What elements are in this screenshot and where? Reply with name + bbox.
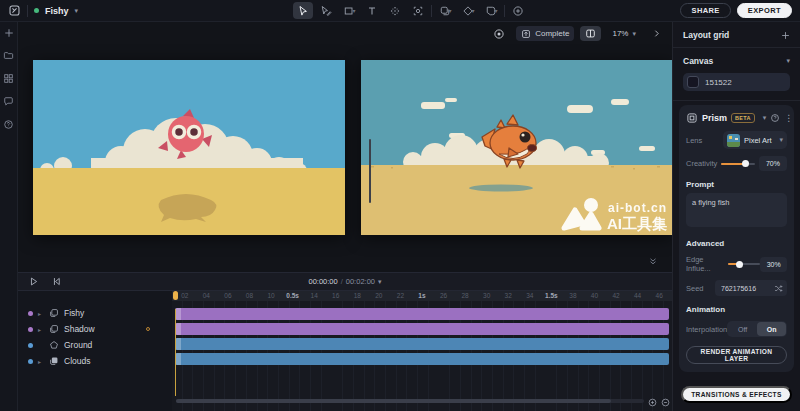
layers-icon (49, 324, 59, 334)
complete-render-button[interactable]: Complete (516, 26, 574, 41)
comment-tool[interactable] (508, 2, 528, 19)
canvas-color-field[interactable]: 151522 (683, 73, 790, 91)
edge-influence-slider[interactable] (728, 263, 760, 265)
ruler-tick: 0.5s (282, 291, 304, 301)
add-layout-grid-icon[interactable] (781, 31, 790, 40)
frame-2-canvas[interactable]: ai-bot.cn AI工具集 (361, 60, 672, 235)
lens-chevron-down-icon[interactable]: ▾ (779, 136, 783, 144)
render-animation-layer-button[interactable]: RENDER ANIMATION LAYER (686, 346, 787, 364)
shape-tool-caret-icon[interactable]: ▾ (353, 7, 356, 14)
mask-tool-caret-icon[interactable]: ▾ (449, 7, 452, 14)
canvas-section-chevron-icon[interactable]: ▾ (786, 57, 790, 65)
track-bar-ground[interactable] (175, 338, 669, 350)
prism-more-icon[interactable]: ⋮ (784, 113, 793, 123)
next-frame-icon[interactable] (647, 26, 666, 41)
app-logo-icon[interactable] (8, 4, 21, 17)
ruler-tick: 32 (497, 291, 519, 301)
current-time: 00:00:00 (308, 277, 337, 286)
zoom-chevron-down-icon[interactable]: ▾ (632, 30, 636, 38)
share-button[interactable]: SHARE (680, 3, 730, 18)
blend-tool-caret-icon[interactable]: ▾ (472, 7, 475, 14)
layer-row-fishy[interactable]: ▸ Fishy (18, 305, 172, 321)
export-button[interactable]: EXPORT (737, 3, 792, 18)
add-icon[interactable] (4, 28, 14, 38)
creativity-slider[interactable] (721, 163, 755, 165)
tool-bar: ▾ ▾ ▾ ▾ (293, 2, 528, 19)
layer-expand-icon[interactable]: ▸ (38, 326, 44, 333)
assets-folder-icon[interactable] (3, 50, 14, 61)
layer-name: Fishy (64, 308, 84, 318)
playhead[interactable] (173, 291, 178, 300)
ruler-tick: 16 (325, 291, 347, 301)
timeline-zoom-in-icon[interactable] (648, 398, 657, 407)
timeline-zoom-out-icon[interactable] (661, 398, 670, 407)
collapse-panel-icon[interactable] (648, 256, 658, 266)
layer-color-dot (28, 327, 33, 332)
timeline-hscrollbar-thumb[interactable] (176, 399, 611, 403)
frame-1-canvas[interactable] (33, 60, 345, 235)
blend-tool[interactable]: ▾ (458, 2, 478, 19)
split-view-icon[interactable] (580, 26, 601, 41)
lens-value: Pixel Art (744, 136, 775, 145)
lasso-tool-caret-icon[interactable]: ▾ (495, 7, 498, 14)
timecode[interactable]: 00:00:00 / 00:02:00 ▾ (18, 277, 672, 286)
comments-icon[interactable] (3, 96, 14, 107)
seed-field[interactable] (715, 280, 787, 296)
prism-help-icon[interactable] (770, 113, 780, 123)
seed-label: Seed (686, 284, 704, 293)
canvas-area[interactable]: Complete 17% ▾ (18, 22, 672, 272)
text-tool[interactable] (362, 2, 382, 19)
creativity-value[interactable]: 70% (759, 156, 787, 171)
layer-modified-indicator (146, 327, 150, 331)
top-bar: Fishy ▾ ▾ ▾ ▾ (0, 0, 800, 22)
layer-name: Clouds (64, 356, 90, 366)
layer-name: Ground (64, 340, 92, 350)
track-area[interactable]: 02 04 06 08 10 0.5s 14 16 18 20 22 1s 26… (172, 291, 672, 411)
layer-row-shadow[interactable]: ▸ Shadow (18, 321, 172, 337)
timeline-hscrollbar[interactable] (176, 399, 644, 403)
ruler-tick: 40 (584, 291, 606, 301)
layer-color-dot (28, 359, 33, 364)
lens-dropdown[interactable]: Pixel Art ▾ (723, 131, 787, 149)
layer-expand-icon[interactable]: ▸ (38, 358, 44, 365)
ruler-tick: 1.5s (541, 291, 563, 301)
shape-tool[interactable]: ▾ (339, 2, 359, 19)
seed-shuffle-icon[interactable] (774, 284, 783, 293)
canvas-scrollbar[interactable] (369, 139, 371, 203)
node-select-tool[interactable] (316, 2, 336, 19)
interpolation-on-option[interactable]: On (757, 322, 786, 336)
select-tool[interactable] (293, 2, 313, 19)
ruler-tick: 14 (303, 291, 325, 301)
zoom-level-dropdown[interactable]: 17% ▾ (607, 26, 641, 41)
prism-collapse-chevron-icon[interactable]: ▾ (763, 114, 767, 122)
layout-grid-title: Layout grid (683, 30, 729, 40)
project-chevron-down-icon[interactable]: ▾ (75, 7, 79, 15)
transitions-effects-button[interactable]: TRANSITIONS & EFFECTS (681, 386, 792, 403)
project-name[interactable]: Fishy (45, 6, 69, 16)
creativity-label: Creativity (686, 159, 717, 168)
layer-row-ground[interactable]: Ground (18, 337, 172, 353)
ruler-tick: 44 (627, 291, 649, 301)
track-bar-shadow[interactable] (175, 323, 669, 335)
ruler-tick: 46 (648, 291, 670, 301)
seed-input[interactable] (719, 284, 770, 293)
canvas-color-swatch[interactable] (687, 76, 699, 88)
frame-tool[interactable] (408, 2, 428, 19)
interpolation-off-option[interactable]: Off (728, 322, 757, 336)
layer-list: ▸ Fishy ▸ Shadow (18, 291, 172, 411)
timecode-chevron-down-icon[interactable]: ▾ (378, 278, 382, 286)
mask-tool[interactable]: ▾ (435, 2, 455, 19)
onion-skin-icon[interactable] (488, 26, 510, 41)
timeline-ruler[interactable]: 02 04 06 08 10 0.5s 14 16 18 20 22 1s 26… (172, 291, 672, 301)
transform-tool[interactable] (385, 2, 405, 19)
layer-row-clouds[interactable]: ▸ Clouds (18, 353, 172, 369)
edge-influence-value[interactable]: 30% (760, 257, 787, 272)
prompt-input[interactable]: a flying fish (686, 193, 787, 227)
help-icon[interactable] (3, 119, 14, 130)
layer-expand-icon[interactable]: ▸ (38, 310, 44, 317)
canvas-section-title: Canvas (683, 56, 713, 66)
track-bar-clouds[interactable] (175, 353, 669, 365)
library-grid-icon[interactable] (3, 73, 14, 84)
track-bar-fishy[interactable] (175, 308, 669, 320)
lasso-tool[interactable]: ▾ (481, 2, 501, 19)
